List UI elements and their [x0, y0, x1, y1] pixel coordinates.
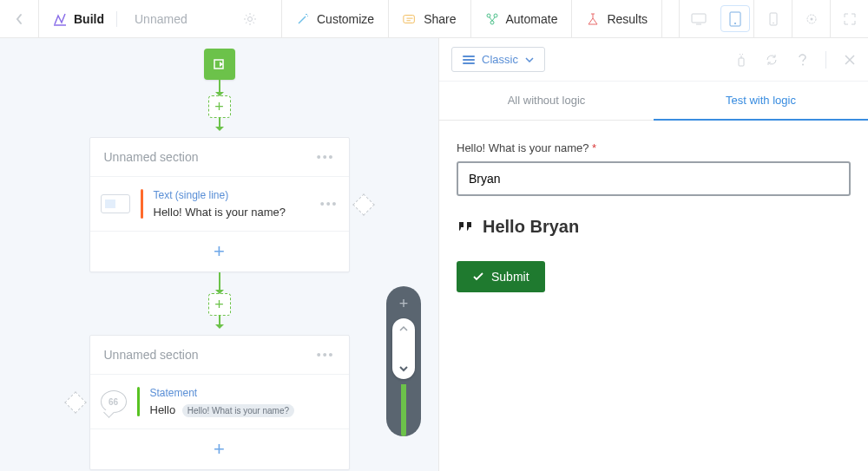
branch-left-icon[interactable]	[64, 391, 86, 413]
close-icon[interactable]	[844, 54, 856, 66]
help-icon[interactable]	[796, 53, 808, 67]
chevron-left-icon	[12, 12, 26, 26]
wand-icon	[296, 12, 310, 26]
tab-results[interactable]: Results	[572, 0, 662, 37]
text-input-icon	[101, 194, 130, 213]
svg-rect-13	[739, 58, 744, 66]
build-icon	[53, 12, 67, 26]
question-type-label: Statement	[150, 387, 339, 399]
submit-label: Submit	[491, 270, 529, 284]
expand-icon[interactable]	[830, 0, 868, 37]
more-icon[interactable]: •••	[317, 150, 335, 164]
section-title: Unnamed section	[104, 348, 199, 362]
svg-point-7	[734, 23, 736, 24]
survey-name[interactable]: Unnamed	[135, 12, 187, 26]
statement-text: Hello	[150, 403, 176, 416]
tab-test-with-logic[interactable]: Test with logic	[654, 82, 868, 121]
tab-customize[interactable]: Customize	[282, 0, 389, 37]
tab-build-label: Build	[74, 12, 104, 26]
more-icon[interactable]: •••	[317, 348, 335, 362]
theme-label: Classic	[482, 53, 518, 66]
preview-statement: Hello Bryan	[483, 217, 579, 237]
quote-icon	[457, 220, 474, 234]
results-icon	[586, 12, 600, 26]
svg-point-14	[802, 63, 804, 65]
svg-point-9	[773, 22, 774, 23]
required-mark: *	[592, 141, 596, 154]
svg-point-4	[490, 21, 494, 24]
check-icon	[472, 271, 484, 282]
builder-canvas: + Unnamed section ••• Text (single line)…	[0, 38, 438, 471]
svg-point-3	[494, 14, 497, 17]
theme-select[interactable]: Classic	[451, 47, 545, 72]
tab-build[interactable]: Build Unnamed	[39, 0, 282, 37]
branch-right-icon[interactable]	[352, 193, 374, 215]
preview-question-label: Hello! What is your name? *	[457, 141, 851, 154]
question-type-label: Text (single line)	[154, 189, 310, 201]
zoom-scrubber[interactable]: +	[386, 286, 421, 436]
question-row[interactable]: Text (single line) Hello! What is your n…	[90, 177, 349, 232]
refresh-icon[interactable]	[765, 53, 779, 67]
svg-point-0	[248, 16, 253, 21]
tab-results-label: Results	[607, 12, 648, 26]
settings-icon[interactable]	[792, 0, 830, 37]
statement-icon: 66	[101, 390, 127, 413]
device-mobile-icon[interactable]	[753, 0, 792, 37]
variable-pill: Hello! What is your name?	[182, 404, 294, 417]
tab-share-label: Share	[424, 12, 456, 26]
chevron-up-icon	[398, 325, 409, 332]
svg-rect-5	[692, 14, 706, 23]
preview-answer-input[interactable]	[457, 161, 851, 196]
menu-lines-icon	[463, 56, 475, 64]
share-icon	[403, 12, 417, 26]
add-question-button[interactable]: +	[90, 429, 349, 469]
question-text: Hello! What is your name?	[154, 206, 286, 219]
section-card-1[interactable]: Unnamed section ••• Text (single line) H…	[89, 137, 350, 272]
tab-customize-label: Customize	[317, 12, 374, 26]
question-row[interactable]: 66 Statement Hello Hello! What is your n…	[90, 375, 349, 429]
automate-icon	[485, 12, 499, 26]
add-question-button[interactable]: +	[90, 232, 349, 271]
tab-all-without-logic[interactable]: All without logic	[439, 82, 654, 121]
start-node[interactable]	[204, 49, 235, 80]
svg-point-11	[810, 17, 812, 20]
device-desktop-icon[interactable]	[679, 0, 717, 37]
plus-icon[interactable]: +	[399, 295, 409, 313]
back-button[interactable]	[0, 0, 39, 37]
device-tablet-icon[interactable]	[720, 5, 750, 32]
more-icon[interactable]: •••	[320, 197, 339, 211]
chevron-down-icon	[525, 57, 534, 62]
submit-button[interactable]: Submit	[457, 261, 545, 292]
svg-rect-1	[404, 15, 414, 23]
preview-panel: Classic All without logic	[438, 38, 868, 471]
scrubber-knob[interactable]	[392, 318, 415, 379]
gear-icon[interactable]	[233, 12, 267, 26]
tab-automate-label: Automate	[506, 12, 558, 26]
tab-automate[interactable]: Automate	[471, 0, 573, 37]
top-toolbar: Build Unnamed Customize Share Automate R…	[0, 0, 868, 38]
spray-icon[interactable]	[735, 53, 747, 67]
tab-share[interactable]: Share	[389, 0, 470, 37]
chevron-down-icon	[398, 365, 409, 372]
svg-point-2	[487, 14, 490, 17]
section-title: Unnamed section	[104, 150, 199, 164]
section-card-2[interactable]: Unnamed section ••• 66 Statement Hello H…	[89, 335, 350, 470]
